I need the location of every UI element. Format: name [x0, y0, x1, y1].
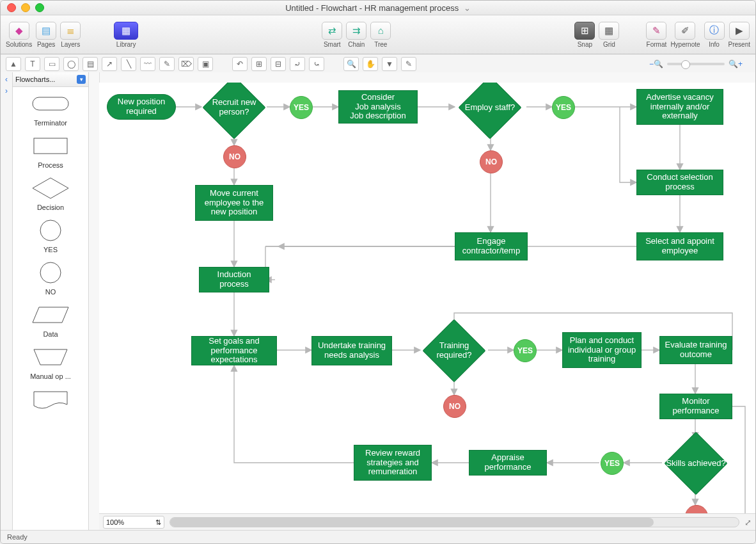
arrow-tool[interactable]: ↗: [102, 57, 117, 71]
ruler-vertical[interactable]: [89, 72, 100, 531]
node-conduct-selection[interactable]: Conduct selection process: [636, 170, 723, 195]
node-new-position[interactable]: New position required: [107, 94, 176, 120]
rect-tool[interactable]: ▭: [44, 57, 59, 71]
fit-icon[interactable]: ⤢: [744, 518, 752, 527]
node-engage-contractor[interactable]: Engage contractor/temp: [455, 232, 528, 260]
stamp-tool[interactable]: ⌦: [178, 57, 194, 71]
node-set-goals[interactable]: Set goals and performance expectations: [191, 336, 277, 365]
zoom-tool[interactable]: 🔍: [343, 57, 359, 71]
pages-button[interactable]: ▤Pages: [36, 22, 56, 48]
no-recruit[interactable]: NO: [223, 145, 246, 168]
ruler-horizontal[interactable]: [89, 72, 755, 83]
yes-recruit[interactable]: YES: [290, 96, 313, 119]
node-engage-label: Engage contractor/temp: [458, 237, 524, 256]
nav-fwd-icon[interactable]: ›: [5, 86, 8, 95]
zoom-stepper-icon[interactable]: ⇅: [155, 518, 161, 527]
stamp2-tool[interactable]: ▼: [382, 57, 397, 71]
palette-manual-op[interactable]: Manual op ...: [30, 344, 71, 380]
nav-back-icon[interactable]: ‹: [5, 75, 8, 84]
drawing-toolbar: ▲ T ▭ ◯ ▤ ↗ ╲ 〰 ✎ ⌦ ▣ ↶ ⊞ ⊟ ⤾ ⤿ 🔍 ✋ ▼ ✎ …: [1, 54, 755, 74]
node-plan-training[interactable]: Plan and conduct individual or group tra…: [562, 332, 642, 368]
zoom-track[interactable]: [667, 63, 725, 65]
layers-label: Layers: [61, 41, 80, 48]
pointer-tool[interactable]: ▲: [6, 57, 21, 71]
image-tool[interactable]: ▣: [198, 57, 213, 71]
ellipse-tool[interactable]: ◯: [63, 57, 79, 71]
h-scrollbar[interactable]: [169, 517, 739, 527]
no-training[interactable]: NO: [443, 395, 466, 418]
h-scroll-thumb[interactable]: [170, 518, 654, 527]
chain-button[interactable]: ⇉Chain: [346, 22, 366, 48]
library-selector[interactable]: Flowcharts... ▾: [13, 72, 88, 87]
no-skills[interactable]: NO: [685, 505, 708, 514]
yes-training[interactable]: YES: [514, 339, 537, 362]
node-employ-decision[interactable]: Employ staff?: [468, 85, 512, 130]
table-tool[interactable]: ▤: [83, 57, 98, 71]
svg-marker-2: [33, 178, 68, 198]
node-induction[interactable]: Induction process: [199, 267, 269, 292]
group-button[interactable]: ⊞: [251, 57, 267, 71]
library-dropdown-icon[interactable]: ▾: [77, 75, 86, 84]
node-monitor-label: Monitor performance: [663, 397, 729, 416]
tree-button[interactable]: ⌂Tree: [370, 22, 391, 48]
smart-button[interactable]: ⇄Smart: [322, 22, 342, 48]
node-training-analysis[interactable]: Undertake training needs analysis: [311, 336, 392, 365]
flip-button[interactable]: ⤿: [309, 57, 324, 71]
palette-no[interactable]: NO: [30, 260, 71, 296]
palette-data[interactable]: Data: [30, 302, 71, 338]
rotate-button[interactable]: ⤾: [290, 57, 305, 71]
grid-button[interactable]: ▦Grid: [599, 22, 619, 48]
zoom-in-icon[interactable]: 🔍+: [728, 60, 743, 68]
node-review-reward[interactable]: Review reward strategies and remuneratio…: [354, 445, 432, 481]
info-button[interactable]: ⓘInfo: [704, 22, 725, 48]
palette-terminator[interactable]: Terminator: [30, 91, 71, 127]
node-consider[interactable]: Consider Job analysis Job description: [338, 90, 418, 124]
palette-document[interactable]: [30, 387, 71, 415]
title-dropdown-icon[interactable]: ⌄: [464, 3, 471, 13]
layers-button[interactable]: ≣Layers: [60, 22, 81, 48]
node-recruit-decision[interactable]: Recruit new person?: [212, 85, 256, 130]
title-text: Untitled - Flowchart - HR management pro…: [285, 3, 459, 13]
ungroup-button[interactable]: ⊟: [271, 57, 286, 71]
hypernote-button[interactable]: ✐Hypernote: [670, 22, 700, 48]
node-evaluate-training[interactable]: Evaluate training outcome: [659, 336, 732, 364]
solutions-label: Solutions: [6, 41, 32, 48]
yes-skills[interactable]: YES: [601, 452, 624, 475]
present-button[interactable]: ▶Present: [728, 22, 750, 48]
text-tool[interactable]: T: [25, 57, 40, 71]
yes-employ[interactable]: YES: [552, 96, 575, 119]
palette-manual-label: Manual op ...: [30, 372, 71, 380]
node-plantrain-label: Plan and conduct individual or group tra…: [565, 336, 638, 365]
palette-yes[interactable]: YES: [30, 218, 71, 253]
palette-process[interactable]: Process: [30, 133, 71, 169]
node-appraise[interactable]: Appraise performance: [469, 450, 547, 476]
node-training-required[interactable]: Training required?: [432, 328, 476, 373]
node-select-label: Select and appoint employee: [640, 237, 720, 256]
no-employ[interactable]: NO: [480, 150, 503, 173]
line-tool[interactable]: ╲: [121, 57, 136, 71]
canvas[interactable]: New position required Recruit new person…: [99, 83, 755, 514]
pencil-tool[interactable]: ✎: [159, 57, 175, 71]
node-select-appoint[interactable]: Select and appoint employee: [636, 232, 723, 260]
solutions-button[interactable]: ◆Solutions: [6, 22, 32, 48]
library-button[interactable]: ▦Library: [114, 22, 138, 48]
node-move-employee[interactable]: Move current employee to the new positio…: [195, 185, 273, 221]
zoom-knob[interactable]: [681, 60, 690, 69]
info-label: Info: [709, 41, 720, 48]
node-monitor-performance[interactable]: Monitor performance: [659, 394, 732, 419]
node-advertise-label: Advertise vacancy internally and/or exte…: [640, 93, 720, 122]
snap-button[interactable]: ⊞Snap: [574, 22, 595, 48]
svg-point-4: [40, 262, 61, 283]
svg-rect-1: [34, 138, 67, 154]
undo-button[interactable]: ↶: [232, 57, 248, 71]
zoom-slider[interactable]: −🔍 🔍+: [649, 60, 743, 68]
curve-tool[interactable]: 〰: [140, 57, 155, 71]
eyedropper-tool[interactable]: ✎: [401, 57, 416, 71]
format-button[interactable]: ✎Format: [646, 22, 666, 48]
node-advertise[interactable]: Advertise vacancy internally and/or exte…: [636, 89, 723, 125]
zoom-out-icon[interactable]: −🔍: [649, 60, 663, 68]
zoom-select[interactable]: 100%⇅: [103, 516, 164, 529]
palette-decision[interactable]: Decision: [30, 175, 71, 211]
pan-tool[interactable]: ✋: [363, 57, 378, 71]
node-skills-achieved[interactable]: Skills achieved?: [673, 441, 718, 486]
